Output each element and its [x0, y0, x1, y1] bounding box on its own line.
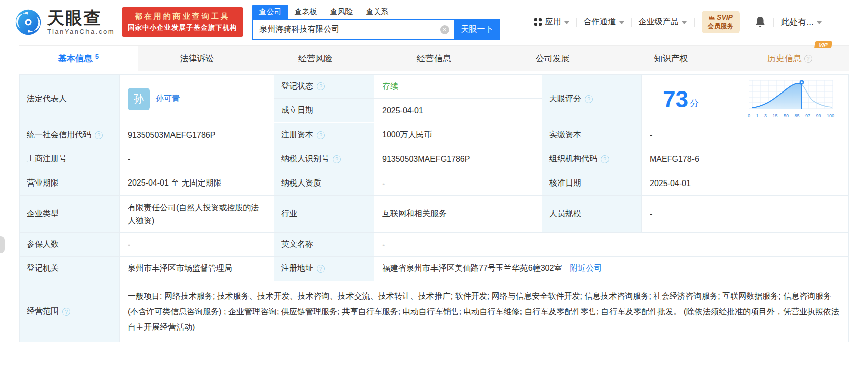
field-value-taxpayer-quality: -: [374, 171, 542, 195]
field-value-credit-code: 91350503MAEFG1786P: [120, 123, 274, 147]
tab-basic-count: 5: [95, 53, 99, 60]
field-label-tianyan-score: 天眼评分: [542, 75, 642, 123]
help-icon[interactable]: [804, 55, 812, 63]
legal-rep-name-link[interactable]: 孙可青: [156, 94, 180, 104]
apps-grid-icon: [534, 18, 542, 26]
crown-icon: [708, 15, 715, 20]
promo-line2: 国家中小企业发展子基金旗下机构: [128, 23, 237, 32]
table-row: 登记机关 泉州市丰泽区市场监督管理局 注册地址 福建省泉州市丰泽区美仙路77号玉…: [20, 257, 848, 281]
vip-badge: VIP: [814, 41, 832, 48]
field-value-registration-number: -: [120, 147, 274, 171]
status-badge: 存续: [382, 81, 398, 92]
nav-channel-label: 合作通道: [584, 17, 616, 27]
search-input[interactable]: [253, 20, 454, 39]
svip-label: SVIP: [717, 13, 733, 21]
field-value-establish-date: 2025-04-01: [374, 99, 542, 122]
nav-divider: [694, 18, 695, 27]
field-value-business-scope: 一般项目: 网络技术服务; 技术服务、技术开发、技术咨询、技术交流、技术转让、技…: [120, 281, 848, 342]
tab-operating-risk[interactable]: 经营风险: [256, 46, 375, 71]
registration-subcolumn: 登记状态 存续 成立日期 2025-04-01: [274, 75, 542, 123]
field-label-approval-date: 核准日期: [542, 171, 642, 195]
tab-operating-info[interactable]: 经营信息: [375, 46, 493, 71]
field-label-registered-capital: 注册资本: [274, 123, 374, 147]
help-icon[interactable]: [585, 95, 593, 103]
score-distribution-chart: 01 315 5085 9799 100: [747, 79, 835, 118]
field-label-registration-number: 工商注册号: [20, 147, 120, 171]
tab-basic-info[interactable]: 基本信息 5: [19, 46, 138, 71]
nav-cooperation-channel[interactable]: 合作通道: [584, 17, 624, 27]
field-value-registered-address: 福建省泉州市丰泽区美仙路77号玉兰华苑6幢302室 附近公司: [374, 257, 848, 281]
score-chart-axis: 01 315 5085 9799 100: [747, 113, 835, 118]
field-label-organization-code: 组织机构代码: [542, 147, 642, 171]
search-tab-relation[interactable]: 查关系: [360, 5, 395, 19]
field-label-establish-date: 成立日期: [274, 99, 374, 122]
tab-history-info[interactable]: VIP 历史信息: [730, 46, 849, 71]
search-tab-risk[interactable]: 查风险: [324, 5, 360, 19]
field-label-company-type: 企业类型: [20, 196, 120, 232]
field-value-business-term: 2025-04-01 至 无固定期限: [120, 171, 274, 195]
search-tab-boss[interactable]: 查老板: [288, 5, 324, 19]
table-row: 经营范围 一般项目: 网络技术服务; 技术服务、技术开发、技术咨询、技术交流、技…: [20, 281, 848, 342]
field-value-paid-capital: -: [642, 123, 848, 147]
field-label-industry: 行业: [274, 196, 374, 232]
section-tab-bar: 基本信息 5 法律诉讼 经营风险 经营信息 公司发展 知识产权 VIP 历史信息: [19, 45, 849, 71]
field-value-insured-count: -: [120, 233, 274, 256]
field-value-organization-code: MAEFG178-6: [642, 147, 848, 171]
tab-legal-proceedings[interactable]: 法律诉讼: [138, 46, 256, 71]
help-icon[interactable]: [62, 308, 70, 316]
search-button[interactable]: 天眼一下: [454, 19, 500, 40]
help-icon[interactable]: [317, 131, 325, 139]
table-row: 统一社会信用代码 91350503MAEFG1786P 注册资本 1000万人民…: [20, 123, 848, 147]
header-nav: 应用 合作通道 企业级产品 SVIP 会员服务: [534, 11, 822, 33]
nav-apps[interactable]: 应用: [534, 17, 569, 27]
table-row: 工商注册号 - 纳税人识别号 91350503MAEFG1786P 组织机构代码…: [20, 147, 848, 171]
help-icon[interactable]: [333, 155, 341, 163]
clear-search-icon[interactable]: [440, 25, 449, 34]
nav-divider: [773, 18, 774, 27]
field-value-registration-status: 存续: [374, 75, 542, 99]
top-header: 天眼查 TianYanCha.com 都在用的商业查询工具 国家中小企业发展子基…: [0, 0, 868, 44]
help-icon[interactable]: [317, 265, 325, 273]
nav-enterprise-products[interactable]: 企业级产品: [639, 17, 687, 27]
tianyancha-logo-icon: [14, 8, 42, 36]
field-label-paid-capital: 实缴资本: [542, 123, 642, 147]
tab-company-development[interactable]: 公司发展: [493, 46, 612, 71]
search-tabs: 查公司 查老板 查风险 查关系: [252, 4, 500, 19]
chevron-down-icon: [682, 21, 687, 24]
field-value-legal-representative: 孙 孙可青: [120, 75, 274, 123]
tab-basic-label: 基本信息: [58, 53, 93, 64]
nav-account-more[interactable]: 此处有...: [781, 16, 822, 28]
search-area: 查公司 查老板 查风险 查关系 天眼一下: [252, 4, 500, 40]
side-drawer-handle[interactable]: [0, 236, 5, 253]
svip-membership-badge[interactable]: SVIP 会员服务: [702, 11, 740, 33]
promo-banner: 都在用的商业查询工具 国家中小企业发展子基金旗下机构: [122, 7, 243, 37]
field-value-approval-date: 2025-04-01: [642, 171, 848, 195]
field-label-registration-status: 登记状态: [274, 75, 374, 99]
help-icon[interactable]: [95, 131, 103, 139]
field-label-registered-address: 注册地址: [274, 257, 374, 281]
field-label-english-name: 英文名称: [274, 233, 374, 256]
brand-domain: TianYanCha.com: [47, 28, 115, 35]
field-value-company-type: 有限责任公司(自然人投资或控股的法人独资): [120, 196, 274, 232]
help-icon[interactable]: [601, 155, 609, 163]
field-label-business-term: 营业期限: [20, 171, 120, 195]
field-label-taxpayer-quality: 纳税人资质: [274, 171, 374, 195]
basic-info-table: 法定代表人 孙 孙可青 登记状态 存续 成立日期 2025-04-01: [19, 74, 849, 342]
help-icon[interactable]: [317, 82, 325, 90]
field-value-english-name: -: [374, 233, 848, 256]
tianyancha-logo[interactable]: 天眼查 TianYanCha.com: [14, 8, 115, 36]
nav-divider: [576, 18, 577, 27]
table-row: 营业期限 2025-04-01 至 无固定期限 纳税人资质 - 核准日期 202…: [20, 171, 848, 196]
chevron-down-icon: [619, 21, 624, 24]
field-value-registration-authority: 泉州市丰泽区市场监督管理局: [120, 257, 274, 281]
field-label-business-scope: 经营范围: [20, 281, 120, 342]
field-label-insured-count: 参保人数: [20, 233, 120, 256]
notifications-bell-icon[interactable]: [754, 16, 766, 29]
legal-rep-avatar[interactable]: 孙: [128, 88, 150, 110]
tab-intellectual-property[interactable]: 知识产权: [612, 46, 731, 71]
nearby-companies-link[interactable]: 附近公司: [570, 263, 602, 274]
field-value-tianyan-score: 73 分: [642, 75, 848, 123]
search-tab-company[interactable]: 查公司: [252, 5, 288, 19]
promo-line1: 都在用的商业查询工具: [128, 12, 237, 21]
chevron-down-icon: [817, 21, 822, 24]
